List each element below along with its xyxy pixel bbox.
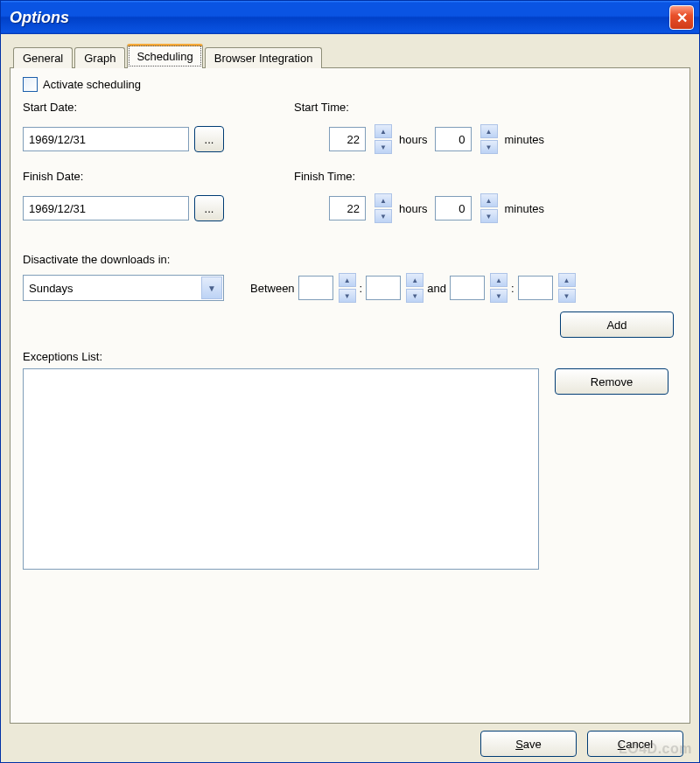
ellipsis-icon: ...	[205, 133, 214, 146]
tab-graph[interactable]: Graph	[74, 47, 125, 68]
day-combo-input[interactable]	[23, 275, 224, 301]
between-label: Between	[250, 282, 295, 295]
between-min2-spinner[interactable]: ▲ ▼	[558, 273, 576, 303]
finish-minutes-input[interactable]	[435, 196, 472, 220]
start-minutes-input[interactable]	[435, 127, 472, 151]
start-hours-spinner[interactable]: ▲ ▼	[374, 124, 392, 154]
activate-scheduling-label: Activate scheduling	[43, 78, 141, 91]
tab-browser-integration[interactable]: Browser Integration	[205, 47, 323, 68]
spin-up-icon[interactable]: ▲	[558, 273, 576, 287]
tab-strip: General Graph Scheduling Browser Integra…	[13, 43, 690, 67]
day-combo[interactable]: ▼	[23, 275, 224, 301]
tab-general[interactable]: General	[13, 47, 73, 68]
between-min1-spinner[interactable]: ▲ ▼	[406, 273, 424, 303]
close-icon: ✕	[676, 10, 688, 26]
start-time-label: Start Time:	[294, 101, 677, 114]
between-hour2-input[interactable]	[450, 276, 485, 300]
cancel-button[interactable]: Cancel	[587, 731, 683, 757]
tab-label: Scheduling	[136, 50, 192, 63]
spin-up-icon[interactable]: ▲	[374, 124, 392, 138]
between-hour1-spinner[interactable]: ▲ ▼	[339, 273, 356, 303]
add-button-label: Add	[606, 318, 626, 332]
finish-hours-input[interactable]	[329, 196, 366, 220]
spin-up-icon[interactable]: ▲	[480, 193, 498, 207]
hours-label: hours	[399, 202, 428, 215]
exceptions-label: Exceptions List:	[23, 350, 102, 363]
finish-date-picker-button[interactable]: ...	[194, 195, 224, 221]
start-date-input[interactable]	[23, 127, 189, 151]
between-hour2-spinner[interactable]: ▲ ▼	[490, 273, 508, 303]
remove-button-label: Remove	[591, 375, 633, 388]
spin-up-icon[interactable]: ▲	[490, 273, 508, 287]
spin-down-icon[interactable]: ▼	[339, 289, 356, 303]
and-label: and	[427, 282, 446, 295]
client-area: General Graph Scheduling Browser Integra…	[1, 34, 699, 762]
start-date-label: Start Date:	[23, 101, 268, 114]
spin-up-icon[interactable]: ▲	[480, 124, 498, 138]
start-minutes-spinner[interactable]: ▲ ▼	[480, 124, 498, 154]
dialog-footer: Save Cancel	[10, 724, 690, 757]
save-button[interactable]: Save	[480, 731, 577, 757]
spin-down-icon[interactable]: ▼	[558, 289, 576, 303]
activate-scheduling-checkbox[interactable]	[23, 77, 38, 92]
tab-label: Graph	[84, 52, 116, 65]
exceptions-list[interactable]	[23, 368, 539, 570]
between-hour1-input[interactable]	[298, 276, 333, 300]
disactivate-label: Disactivate the downloads in:	[23, 253, 170, 266]
tab-label: Browser Integration	[214, 52, 313, 65]
colon-label: :	[360, 282, 363, 295]
add-button[interactable]: Add	[560, 312, 674, 338]
spin-up-icon[interactable]: ▲	[374, 193, 392, 207]
start-hours-input[interactable]	[329, 127, 366, 151]
hours-label: hours	[399, 133, 428, 146]
chevron-down-icon[interactable]: ▼	[201, 276, 222, 299]
spin-down-icon[interactable]: ▼	[480, 140, 498, 154]
remove-button[interactable]: Remove	[555, 368, 668, 395]
ellipsis-icon: ...	[205, 202, 214, 215]
save-button-rest: ave	[523, 738, 542, 751]
spin-down-icon[interactable]: ▼	[406, 289, 424, 303]
colon-label: :	[511, 282, 514, 295]
spin-up-icon[interactable]: ▲	[339, 273, 356, 287]
finish-hours-spinner[interactable]: ▲ ▼	[374, 193, 392, 223]
spin-up-icon[interactable]: ▲	[406, 273, 424, 287]
spin-down-icon[interactable]: ▼	[480, 209, 498, 223]
cancel-button-rest: ancel	[626, 738, 653, 751]
minutes-label: minutes	[505, 202, 545, 215]
finish-date-input[interactable]	[23, 196, 189, 220]
titlebar: Options ✕	[1, 1, 699, 34]
between-min1-input[interactable]	[366, 276, 401, 300]
start-date-picker-button[interactable]: ...	[194, 126, 224, 152]
finish-date-label: Finish Date:	[23, 170, 268, 183]
minutes-label: minutes	[505, 133, 545, 146]
finish-minutes-spinner[interactable]: ▲ ▼	[480, 193, 498, 223]
window-title: Options	[10, 9, 69, 27]
finish-time-label: Finish Time:	[294, 170, 677, 183]
spin-down-icon[interactable]: ▼	[374, 209, 392, 223]
spin-down-icon[interactable]: ▼	[374, 140, 392, 154]
close-button[interactable]: ✕	[669, 5, 694, 30]
options-window: Options ✕ General Graph Scheduling Brows…	[0, 0, 700, 763]
tab-label: General	[23, 52, 63, 65]
scheduling-panel: Activate scheduling Start Date: Start Ti…	[10, 67, 690, 724]
tab-scheduling[interactable]: Scheduling	[127, 44, 202, 68]
spin-down-icon[interactable]: ▼	[490, 289, 508, 303]
between-min2-input[interactable]	[518, 276, 553, 300]
